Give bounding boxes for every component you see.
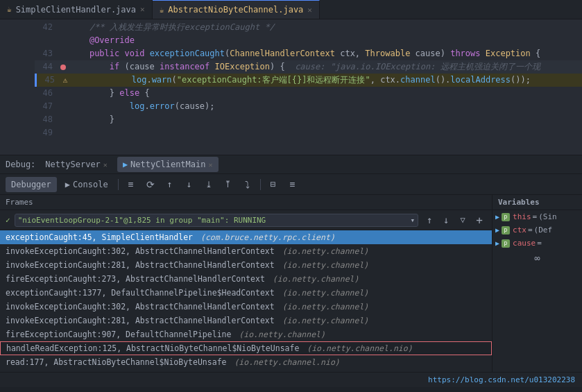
toolbar-btn-step-into[interactable]: ⤓ (200, 176, 217, 193)
breakpoint-44[interactable] (60, 65, 66, 70)
code-line-44: 44 if (cause instanceof IOException) { c… (35, 60, 582, 74)
tab-simple-client[interactable]: ☕ SimpleClientHandler.java ✕ (0, 0, 153, 19)
tab-label-simple: SimpleClientHandler.java (16, 5, 136, 15)
debug-tab-client-label: NettyClientMain (130, 160, 205, 169)
code-line-45: 45 ⚠ log.warn("exceptionCaught:客户端[{}]和远… (35, 74, 582, 87)
var-name-this: this (513, 212, 531, 221)
debugger-toolbar: Debugger ▶ Console ≡ ⟳ ↑ ↓ ⤓ ⤒ ⤵ ⊟ ≡ (0, 174, 582, 195)
frame-class-7: (io.netty.channel) (239, 330, 325, 339)
frame-method-6: invokeExceptionCaught:281, AbstractChann… (6, 316, 280, 325)
toolbar-btn-step-out[interactable]: ⤒ (220, 176, 237, 193)
debug-bar: Debug: NettyServer ✕ ▶ NettyClientMain ✕ (0, 155, 582, 174)
var-icon-cause: p (502, 239, 510, 248)
toolbar-btn-menu[interactable]: ≡ (123, 176, 139, 193)
thread-name: "nioEventLoopGroup-2-1"@1,825 in group "… (18, 216, 266, 225)
tab-console-label: Console (73, 180, 108, 189)
var-val-ctx: (Def (534, 225, 553, 235)
frame-item-1[interactable]: invokeExceptionCaught:302, AbstractChann… (0, 244, 492, 258)
debug-tab-server-label: NettyServer (45, 160, 100, 169)
debug-tab-nettyclientmain[interactable]: ▶ NettyClientMain ✕ (117, 157, 219, 172)
frame-method-1: invokeExceptionCaught:302, AbstractChann… (6, 246, 280, 256)
infinite-icon: ∞ (534, 253, 540, 264)
tab-debugger[interactable]: Debugger (6, 177, 57, 192)
frame-class-5: (io.netty.channel) (282, 302, 369, 312)
debug-icon: ▶ (123, 160, 128, 169)
dropdown-arrow: ▾ (410, 216, 415, 225)
tab-close-1[interactable]: ✕ (140, 5, 145, 14)
tab-close-2[interactable]: ✕ (307, 6, 312, 15)
code-line-override: @Override (35, 34, 582, 47)
frame-class-1: (io.netty.channel) (282, 246, 369, 256)
gutter-44 (57, 65, 69, 70)
frame-item-4[interactable]: exceptionCaught:1377, DefaultChannelPipe… (0, 286, 492, 300)
toolbar-btn-up[interactable]: ⟳ (142, 176, 159, 193)
java-icon-2: ☕ (160, 6, 164, 15)
frame-item-8[interactable]: handleReadException:125, AbstractNioByte… (0, 341, 492, 355)
var-expand-this: ▶ (495, 213, 499, 221)
frame-class-0: (com.bruce.netty.rpc.client) (200, 232, 335, 242)
debug-tab-server-close[interactable]: ✕ (103, 161, 108, 169)
var-name-ctx: ctx (513, 225, 527, 235)
variable-item-this[interactable]: ▶ p this = (Sin (493, 210, 582, 223)
variable-item-cause[interactable]: ▶ p cause = (493, 237, 582, 250)
thread-add[interactable]: + (472, 213, 486, 227)
debug-tab-client-close[interactable]: ✕ (208, 161, 212, 169)
toolbar-btn-down[interactable]: ↑ (162, 176, 178, 193)
frame-method-5: invokeExceptionCaught:302, AbstractChann… (6, 302, 280, 312)
sep-1 (118, 179, 119, 190)
frame-class-2: (io.netty.channel) (282, 260, 369, 270)
frame-method-2: invokeExceptionCaught:281, AbstractChann… (6, 260, 280, 270)
debug-label: Debug: (6, 160, 35, 169)
thread-filter[interactable]: ▽ (456, 213, 470, 227)
frame-method-7: fireExceptionCaught:907, DefaultChannelP… (6, 330, 236, 339)
var-icon-ctx: p (502, 226, 510, 235)
code-line-48: 48 } (35, 113, 582, 126)
thread-nav-btns: ↑ ↓ ▽ + (422, 213, 486, 227)
frame-class-3: (io.netty.channel) (273, 274, 359, 284)
var-name-cause: cause (513, 239, 536, 248)
tab-console[interactable]: ▶ Console (60, 177, 114, 192)
toolbar-btn-step-over[interactable]: ↓ (181, 176, 198, 193)
debug-tab-nettyserver[interactable]: NettyServer ✕ (40, 157, 113, 172)
thread-checkmark: ✓ (6, 216, 10, 225)
variables-header: Variables (493, 195, 582, 210)
frame-item-3[interactable]: fireExceptionCaught:273, AbstractChannel… (0, 272, 492, 286)
frame-method-8: handleReadException:125, AbstractNioByte… (6, 343, 304, 353)
frame-item-6[interactable]: invokeExceptionCaught:281, AbstractChann… (0, 314, 492, 327)
frame-item-9[interactable]: read:177, AbstractNioByteChannel$NioByte… (0, 355, 492, 369)
bottom-status: https://blog.csdn.net/u013202238 (0, 372, 582, 387)
toolbar-btn-run-cursor[interactable]: ⤵ (239, 176, 256, 193)
thread-nav-up[interactable]: ↑ (422, 213, 436, 227)
frame-method-9: read:177, AbstractNioByteChannel$NioByte… (6, 357, 231, 367)
var-icon-this: p (502, 213, 510, 221)
thread-dropdown[interactable]: "nioEventLoopGroup-2-1"@1,825 in group "… (15, 214, 418, 227)
java-icon-1: ☕ (7, 5, 12, 14)
thread-nav-down[interactable]: ↓ (439, 213, 453, 227)
toolbar-btn-layout[interactable]: ≡ (284, 176, 301, 193)
code-line-49: 49 (35, 126, 582, 139)
tab-debugger-label: Debugger (11, 180, 51, 189)
toolbar-btn-frames[interactable]: ⊟ (265, 176, 282, 193)
frame-item-7[interactable]: fireExceptionCaught:907, DefaultChannelP… (0, 327, 492, 341)
variables-panel: Variables ▶ p this = (Sin ▶ p ctx = (Def… (493, 195, 582, 372)
variable-item-ctx[interactable]: ▶ p ctx = (Def (493, 223, 582, 237)
code-line-47: 47 log.error(cause); (35, 100, 582, 113)
warning-icon-45: ⚠ (63, 74, 68, 87)
code-line-43: 43 public void exceptionCaught(ChannelHa… (35, 47, 582, 60)
tab-abstract-nio[interactable]: ☕ AbstractNioByteChannel.java ✕ (153, 0, 320, 19)
tab-label-abstract: AbstractNioByteChannel.java (168, 5, 303, 15)
frame-list: exceptionCaught:45, SimpleClientHandler … (0, 230, 492, 372)
status-url[interactable]: https://blog.csdn.net/u013202238 (428, 375, 575, 384)
var-val-this: (Sin (538, 212, 557, 221)
console-icon: ▶ (65, 180, 70, 189)
frames-panel: Frames ✓ "nioEventLoopGroup-2-1"@1,825 i… (0, 195, 582, 372)
frames-left: Frames ✓ "nioEventLoopGroup-2-1"@1,825 i… (0, 195, 493, 372)
frame-method-3: fireExceptionCaught:273, AbstractChannel… (6, 274, 270, 284)
tab-bar: ☕ SimpleClientHandler.java ✕ ☕ AbstractN… (0, 0, 582, 19)
frame-class-9: (io.netty.channel.nio) (234, 357, 339, 367)
frame-item-0[interactable]: exceptionCaught:45, SimpleClientHandler … (0, 230, 492, 244)
frame-class-6: (io.netty.channel) (282, 316, 369, 325)
frame-item-5[interactable]: invokeExceptionCaught:302, AbstractChann… (0, 300, 492, 314)
infinite-area: ∞ (493, 250, 582, 266)
frame-item-2[interactable]: invokeExceptionCaught:281, AbstractChann… (0, 258, 492, 272)
